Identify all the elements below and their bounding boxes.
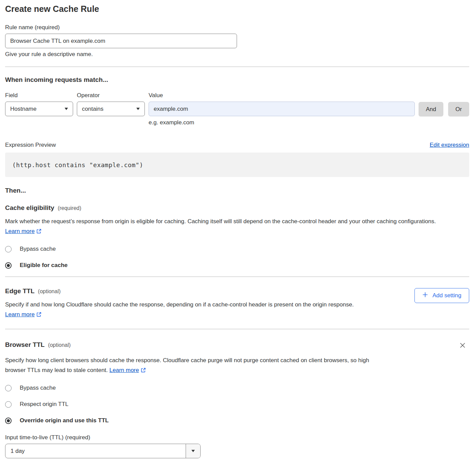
cache-eligibility-heading: Cache eligibility [5,204,54,211]
ttl-select-value: 1 day [5,448,25,455]
value-column: Value e.g. example.com [149,92,415,126]
expression-code-box: (http.host contains "example.com") [5,153,469,177]
radio-label: Override origin and use this TTL [20,417,109,424]
value-label: Value [149,92,415,99]
learn-more-link[interactable]: Learn more [5,311,35,318]
edge-ttl-section: Edge TTL(optional) Specify if and how lo… [5,287,469,320]
chevron-down-icon [65,108,68,110]
radio-circle-icon[interactable] [5,246,12,252]
or-button[interactable]: Or [448,102,469,117]
match-section: When incoming requests match... Field Ho… [5,76,469,126]
add-setting-button[interactable]: Add setting [414,288,469,303]
radio-bypass-cache[interactable]: Bypass cache [5,245,469,253]
field-label: Field [5,92,73,99]
external-link-icon [141,368,146,374]
radio-eligible-for-cache[interactable]: Eligible for cache [5,262,469,269]
radio-circle-selected-icon[interactable] [5,418,12,424]
cache-eligibility-section: Cache eligibility(required) Mark whether… [5,204,469,269]
value-helper: e.g. example.com [149,119,415,126]
page-title: Create new Cache Rule [5,4,469,14]
value-input[interactable] [149,102,415,116]
field-select-value: Hostname [10,106,36,112]
chevron-down-icon [136,108,140,110]
browser-ttl-qualifier: (optional) [48,342,71,348]
rule-name-input[interactable] [5,34,237,48]
operator-select[interactable]: contains [77,102,145,116]
radio-label: Respect origin TTL [20,401,68,408]
learn-more-link[interactable]: Learn more [5,228,35,234]
rule-name-helper: Give your rule a descriptive name. [5,51,469,58]
expression-preview-label: Expression Preview [5,141,56,149]
create-cache-rule-form: Create new Cache Rule Rule name (require… [0,0,476,460]
radio-override-origin-ttl[interactable]: Override origin and use this TTL [5,417,469,424]
operator-label: Operator [77,92,145,99]
browser-ttl-section: Browser TTL(optional) Specify how long c… [5,341,469,458]
radio-browser-bypass-cache[interactable]: Bypass cache [5,384,469,392]
external-link-icon [36,312,41,318]
radio-label: Bypass cache [20,385,56,391]
operator-select-value: contains [82,106,103,112]
edge-ttl-description: Specify if and how long Cloudflare shoul… [5,300,381,320]
match-heading: When incoming requests match... [5,76,469,84]
close-icon[interactable] [458,341,467,351]
edit-expression-link[interactable]: Edit expression [430,142,469,148]
cache-eligibility-qualifier: (required) [58,205,81,211]
edge-ttl-qualifier: (optional) [38,288,61,294]
section-divider [5,67,469,67]
ttl-select[interactable]: 1 day [5,444,201,458]
radio-label: Eligible for cache [20,262,68,269]
chevron-down-icon[interactable] [186,444,200,458]
rule-name-label: Rule name (required) [5,24,469,31]
browser-ttl-description: Specify how long client browsers should … [5,356,376,376]
edge-ttl-heading: Edge TTL [5,287,35,295]
external-link-icon [36,229,41,235]
radio-respect-origin-ttl[interactable]: Respect origin TTL [5,401,469,408]
rule-name-section: Rule name (required) Give your rule a de… [5,24,469,58]
then-heading: Then... [5,187,469,195]
ttl-input-label: Input time-to-live (TTL) (required) [5,434,469,441]
ttl-input-group: Input time-to-live (TTL) (required) 1 da… [5,434,469,458]
field-column: Field Hostname [5,92,73,116]
plus-icon [422,292,428,299]
browser-ttl-heading: Browser TTL [5,341,45,348]
operator-column: Operator contains [77,92,145,116]
radio-label: Bypass cache [20,246,56,252]
section-divider [5,329,469,329]
cache-eligibility-description: Mark whether the request’s response from… [5,217,462,237]
section-divider [5,277,469,277]
and-button[interactable]: And [419,102,443,117]
radio-circle-selected-icon[interactable] [5,262,12,269]
expression-code: (http.host contains "example.com") [12,161,143,169]
match-condition-row: Field Hostname Operator contains Value e… [5,92,469,126]
learn-more-link[interactable]: Learn more [109,367,139,373]
radio-circle-icon[interactable] [5,385,12,391]
radio-circle-icon[interactable] [5,401,12,408]
expression-section: Expression Preview Edit expression (http… [5,141,469,177]
field-select[interactable]: Hostname [5,102,73,116]
